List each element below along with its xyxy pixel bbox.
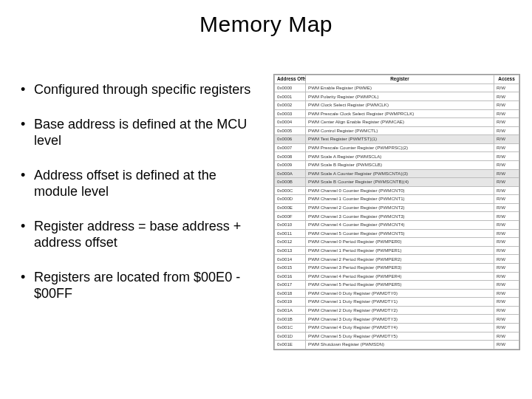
- cell-register: PWM Channel 5 Period Register (PWMPER5): [306, 281, 494, 290]
- cell-offset: 0x000C: [275, 186, 306, 195]
- page-title: Memory Map: [0, 12, 532, 37]
- table-row: 0x0000PWM Enable Register (PWME)R/W: [275, 83, 519, 92]
- cell-access: R/W: [494, 135, 519, 144]
- cell-offset: 0x0016: [275, 272, 306, 281]
- table-row: 0x0018PWM Channel 0 Duty Register (PWMDT…: [275, 289, 519, 298]
- cell-offset: 0x0005: [275, 126, 306, 135]
- cell-access: R/W: [494, 160, 519, 169]
- cell-register: PWM Channel 0 Period Register (PWMPER0): [306, 238, 494, 247]
- cell-access: R/W: [494, 315, 519, 324]
- cell-register: PWM Channel 5 Counter Register (PWMCNT5): [306, 229, 494, 238]
- cell-offset: 0x0011: [275, 229, 306, 238]
- table-row: 0x0019PWM Channel 1 Duty Register (PWMDT…: [275, 298, 519, 307]
- table-row: 0x0007PWM Prescale Counter Register (PWM…: [275, 143, 519, 152]
- cell-access: R/W: [494, 152, 519, 161]
- cell-offset: 0x0014: [275, 255, 306, 264]
- table-row: 0x001BPWM Channel 3 Duty Register (PWMDT…: [275, 315, 519, 324]
- list-item: Register address = base address + addres…: [21, 218, 257, 251]
- cell-register: PWM Channel 2 Duty Register (PWMDTY2): [306, 306, 494, 315]
- cell-offset: 0x000B: [275, 178, 306, 187]
- cell-access: R/W: [494, 118, 519, 127]
- cell-access: R/W: [494, 169, 519, 178]
- cell-access: R/W: [494, 229, 519, 238]
- cell-access: R/W: [494, 306, 519, 315]
- cell-offset: 0x0002: [275, 100, 306, 109]
- list-item: Base address is defined at the MCU level: [21, 116, 257, 149]
- cell-access: R/W: [494, 143, 519, 152]
- table-row: 0x0012PWM Channel 0 Period Register (PWM…: [275, 238, 519, 247]
- cell-access: R/W: [494, 272, 519, 281]
- cell-register: PWM Channel 2 Period Register (PWMPER2): [306, 255, 494, 264]
- cell-access: R/W: [494, 238, 519, 247]
- cell-register: PWM Center Align Enable Register (PWMCAE…: [306, 118, 494, 127]
- cell-access: R/W: [494, 186, 519, 195]
- cell-register: PWM Channel 3 Duty Register (PWMDTY3): [306, 315, 494, 324]
- table-row: 0x0001PWM Polarity Register (PWMPOL)R/W: [275, 92, 519, 101]
- cell-access: R/W: [494, 83, 519, 92]
- col-header-offset: Address Offset: [275, 75, 306, 84]
- cell-access: R/W: [494, 263, 519, 272]
- table-row: 0x0013PWM Channel 1 Period Register (PWM…: [275, 246, 519, 255]
- list-item: Registers are located from $00E0 - $00FF: [21, 269, 257, 302]
- table-row: 0x0015PWM Channel 3 Period Register (PWM…: [275, 263, 519, 272]
- cell-offset: 0x0009: [275, 160, 306, 169]
- cell-offset: 0x001B: [275, 315, 306, 324]
- cell-register: PWM Channel 0 Counter Register (PWMCNT0): [306, 186, 494, 195]
- cell-access: R/W: [494, 178, 519, 187]
- cell-register: PWM Control Register (PWMCTL): [306, 126, 494, 135]
- table-row: 0x000APWM Scale A Counter Register (PWMS…: [275, 169, 519, 178]
- cell-offset: 0x000E: [275, 203, 306, 212]
- cell-offset: 0x000F: [275, 212, 306, 221]
- cell-register: PWM Channel 3 Counter Register (PWMCNT3): [306, 212, 494, 221]
- cell-offset: 0x001C: [275, 323, 306, 332]
- cell-access: R/W: [494, 323, 519, 332]
- cell-register: PWM Scale B Counter Register (PWMSCNTB)(…: [306, 178, 494, 187]
- cell-register: PWM Channel 1 Counter Register (PWMCNT1): [306, 195, 494, 204]
- cell-register: PWM Channel 3 Period Register (PWMPER3): [306, 263, 494, 272]
- cell-access: R/W: [494, 221, 519, 230]
- cell-access: R/W: [494, 298, 519, 307]
- cell-register: PWM Scale A Register (PWMSCLA): [306, 152, 494, 161]
- table-row: 0x0004PWM Center Align Enable Register (…: [275, 118, 519, 127]
- cell-register: PWM Channel 1 Duty Register (PWMDTY1): [306, 298, 494, 307]
- table-row: 0x0017PWM Channel 5 Period Register (PWM…: [275, 281, 519, 290]
- cell-access: R/W: [494, 212, 519, 221]
- cell-access: R/W: [494, 126, 519, 135]
- table-row: 0x001CPWM Channel 4 Duty Register (PWMDT…: [275, 323, 519, 332]
- cell-register: PWM Channel 4 Period Register (PWMPER4): [306, 272, 494, 281]
- cell-offset: 0x0008: [275, 152, 306, 161]
- cell-offset: 0x0017: [275, 281, 306, 290]
- cell-offset: 0x001A: [275, 306, 306, 315]
- cell-register: PWM Prescale Clock Select Register (PWMP…: [306, 109, 494, 118]
- table-row: 0x000CPWM Channel 0 Counter Register (PW…: [275, 186, 519, 195]
- cell-offset: 0x0007: [275, 143, 306, 152]
- cell-access: R/W: [494, 246, 519, 255]
- cell-register: PWM Channel 4 Counter Register (PWMCNT4): [306, 221, 494, 230]
- cell-register: PWM Polarity Register (PWMPOL): [306, 92, 494, 101]
- cell-access: R/W: [494, 203, 519, 212]
- cell-offset: 0x0001: [275, 92, 306, 101]
- cell-register: PWM Shutdown Register (PWMSDN): [306, 341, 494, 349]
- cell-register: PWM Channel 2 Counter Register (PWMCNT2): [306, 203, 494, 212]
- cell-offset: 0x0015: [275, 263, 306, 272]
- list-item: Configured through specific registers: [21, 81, 257, 98]
- table-row: 0x0016PWM Channel 4 Period Register (PWM…: [275, 272, 519, 281]
- table-row: 0x001EPWM Shutdown Register (PWMSDN)R/W: [275, 341, 519, 349]
- cell-register: PWM Channel 5 Duty Register (PWMDTY5): [306, 332, 494, 341]
- cell-offset: 0x0004: [275, 118, 306, 127]
- cell-offset: 0x0010: [275, 221, 306, 230]
- cell-access: R/W: [494, 289, 519, 298]
- cell-offset: 0x001D: [275, 332, 306, 341]
- cell-offset: 0x0013: [275, 246, 306, 255]
- cell-access: R/W: [494, 109, 519, 118]
- cell-offset: 0x0018: [275, 289, 306, 298]
- table-row: 0x0010PWM Channel 4 Counter Register (PW…: [275, 221, 519, 230]
- table-row: 0x0002PWM Clock Select Register (PWMCLK)…: [275, 100, 519, 109]
- cell-offset: 0x0012: [275, 238, 306, 247]
- cell-register: PWM Channel 0 Duty Register (PWMDTY0): [306, 289, 494, 298]
- slide: Memory Map Configured through specific r…: [0, 0, 532, 399]
- cell-access: R/W: [494, 281, 519, 290]
- table-row: 0x0008PWM Scale A Register (PWMSCLA)R/W: [275, 152, 519, 161]
- register-table: Address Offset Register Access 0x0000PWM…: [274, 75, 519, 349]
- list-item: Address offset is defined at the module …: [21, 167, 257, 200]
